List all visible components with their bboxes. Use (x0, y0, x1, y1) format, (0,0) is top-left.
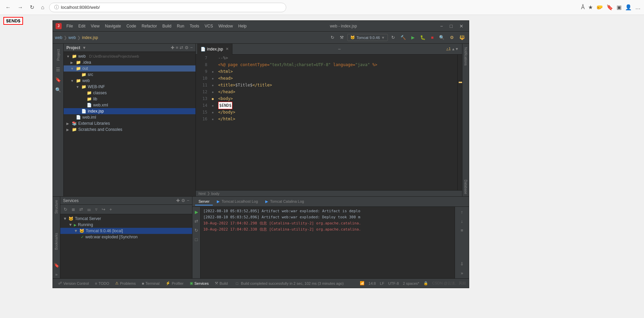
profile-icon: 👤 (625, 4, 632, 11)
star-icon: ★ (588, 4, 593, 11)
forward-button[interactable]: → (16, 3, 25, 12)
refresh-button[interactable]: ↻ (28, 3, 36, 12)
browser-toolbar: ← → ↻ ⌂ ⓘ localhost:8080/web/ Â ★ 🤛 🔖 ▣… (0, 0, 644, 15)
bookmark-icon: 🔖 (606, 4, 613, 11)
info-icon: ⓘ (54, 4, 59, 11)
extension-icon: 🤛 (596, 4, 603, 11)
browser-right-icons: Â ★ 🤛 🔖 ▣ 👤 … (581, 4, 641, 11)
address-bar[interactable]: ⓘ localhost:8080/web/ (49, 3, 286, 12)
home-button[interactable]: ⌂ (39, 3, 46, 12)
back-button[interactable]: ← (3, 3, 13, 12)
more-icon: … (635, 4, 641, 11)
url-text: localhost:8080/web/ (61, 5, 100, 10)
tab-icon: ▣ (617, 4, 622, 11)
font-icon: Â (581, 4, 585, 11)
